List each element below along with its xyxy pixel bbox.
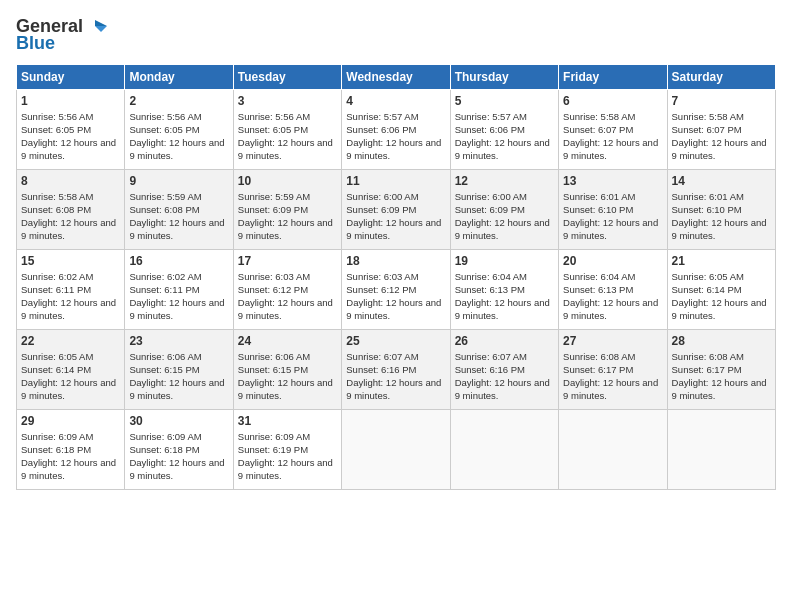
sunrise-text: Sunrise: 6:07 AM xyxy=(455,351,527,362)
day-number: 20 xyxy=(563,253,662,269)
sunset-text: Sunset: 6:09 PM xyxy=(238,204,308,215)
day-number: 26 xyxy=(455,333,554,349)
sunrise-text: Sunrise: 6:06 AM xyxy=(129,351,201,362)
calendar-cell: 3Sunrise: 5:56 AMSunset: 6:05 PMDaylight… xyxy=(233,90,341,170)
daylight-text: Daylight: 12 hours and 9 minutes. xyxy=(455,297,550,321)
svg-marker-0 xyxy=(95,20,107,26)
daylight-text: Daylight: 12 hours and 9 minutes. xyxy=(21,377,116,401)
calendar-week-5: 29Sunrise: 6:09 AMSunset: 6:18 PMDayligh… xyxy=(17,410,776,490)
calendar-cell xyxy=(667,410,775,490)
calendar-cell: 11Sunrise: 6:00 AMSunset: 6:09 PMDayligh… xyxy=(342,170,450,250)
daylight-text: Daylight: 12 hours and 9 minutes. xyxy=(672,297,767,321)
calendar-cell xyxy=(559,410,667,490)
sunrise-text: Sunrise: 6:07 AM xyxy=(346,351,418,362)
calendar-header-row: SundayMondayTuesdayWednesdayThursdayFrid… xyxy=(17,65,776,90)
day-number: 22 xyxy=(21,333,120,349)
calendar-body: 1Sunrise: 5:56 AMSunset: 6:05 PMDaylight… xyxy=(17,90,776,490)
sunset-text: Sunset: 6:05 PM xyxy=(21,124,91,135)
sunset-text: Sunset: 6:06 PM xyxy=(455,124,525,135)
daylight-text: Daylight: 12 hours and 9 minutes. xyxy=(21,217,116,241)
sunset-text: Sunset: 6:18 PM xyxy=(21,444,91,455)
sunrise-text: Sunrise: 5:58 AM xyxy=(563,111,635,122)
calendar-cell: 30Sunrise: 6:09 AMSunset: 6:18 PMDayligh… xyxy=(125,410,233,490)
sunrise-text: Sunrise: 6:01 AM xyxy=(672,191,744,202)
day-number: 18 xyxy=(346,253,445,269)
sunset-text: Sunset: 6:11 PM xyxy=(21,284,91,295)
sunset-text: Sunset: 6:11 PM xyxy=(129,284,199,295)
daylight-text: Daylight: 12 hours and 9 minutes. xyxy=(238,217,333,241)
day-number: 5 xyxy=(455,93,554,109)
sunset-text: Sunset: 6:07 PM xyxy=(672,124,742,135)
sunset-text: Sunset: 6:09 PM xyxy=(346,204,416,215)
calendar-cell: 21Sunrise: 6:05 AMSunset: 6:14 PMDayligh… xyxy=(667,250,775,330)
day-number: 13 xyxy=(563,173,662,189)
sunset-text: Sunset: 6:10 PM xyxy=(563,204,633,215)
col-header-monday: Monday xyxy=(125,65,233,90)
logo-bird-icon xyxy=(85,18,107,36)
daylight-text: Daylight: 12 hours and 9 minutes. xyxy=(563,377,658,401)
calendar-cell: 17Sunrise: 6:03 AMSunset: 6:12 PMDayligh… xyxy=(233,250,341,330)
calendar-cell: 28Sunrise: 6:08 AMSunset: 6:17 PMDayligh… xyxy=(667,330,775,410)
daylight-text: Daylight: 12 hours and 9 minutes. xyxy=(238,297,333,321)
sunset-text: Sunset: 6:05 PM xyxy=(238,124,308,135)
sunrise-text: Sunrise: 6:08 AM xyxy=(672,351,744,362)
daylight-text: Daylight: 12 hours and 9 minutes. xyxy=(672,217,767,241)
daylight-text: Daylight: 12 hours and 9 minutes. xyxy=(346,137,441,161)
calendar-cell: 12Sunrise: 6:00 AMSunset: 6:09 PMDayligh… xyxy=(450,170,558,250)
col-header-wednesday: Wednesday xyxy=(342,65,450,90)
day-number: 6 xyxy=(563,93,662,109)
sunrise-text: Sunrise: 5:56 AM xyxy=(238,111,310,122)
calendar-cell: 27Sunrise: 6:08 AMSunset: 6:17 PMDayligh… xyxy=(559,330,667,410)
calendar-cell: 14Sunrise: 6:01 AMSunset: 6:10 PMDayligh… xyxy=(667,170,775,250)
calendar-cell: 4Sunrise: 5:57 AMSunset: 6:06 PMDaylight… xyxy=(342,90,450,170)
sunrise-text: Sunrise: 6:00 AM xyxy=(455,191,527,202)
daylight-text: Daylight: 12 hours and 9 minutes. xyxy=(129,217,224,241)
calendar-cell: 31Sunrise: 6:09 AMSunset: 6:19 PMDayligh… xyxy=(233,410,341,490)
day-number: 23 xyxy=(129,333,228,349)
daylight-text: Daylight: 12 hours and 9 minutes. xyxy=(346,377,441,401)
sunrise-text: Sunrise: 6:09 AM xyxy=(238,431,310,442)
calendar-cell: 15Sunrise: 6:02 AMSunset: 6:11 PMDayligh… xyxy=(17,250,125,330)
daylight-text: Daylight: 12 hours and 9 minutes. xyxy=(238,377,333,401)
calendar-cell xyxy=(450,410,558,490)
calendar-week-2: 8Sunrise: 5:58 AMSunset: 6:08 PMDaylight… xyxy=(17,170,776,250)
sunrise-text: Sunrise: 6:03 AM xyxy=(238,271,310,282)
sunset-text: Sunset: 6:09 PM xyxy=(455,204,525,215)
calendar-cell: 2Sunrise: 5:56 AMSunset: 6:05 PMDaylight… xyxy=(125,90,233,170)
day-number: 19 xyxy=(455,253,554,269)
sunrise-text: Sunrise: 5:58 AM xyxy=(672,111,744,122)
sunrise-text: Sunrise: 5:57 AM xyxy=(346,111,418,122)
day-number: 8 xyxy=(21,173,120,189)
sunrise-text: Sunrise: 6:09 AM xyxy=(21,431,93,442)
daylight-text: Daylight: 12 hours and 9 minutes. xyxy=(455,377,550,401)
day-number: 29 xyxy=(21,413,120,429)
daylight-text: Daylight: 12 hours and 9 minutes. xyxy=(563,297,658,321)
sunrise-text: Sunrise: 5:59 AM xyxy=(238,191,310,202)
logo-blue: Blue xyxy=(16,33,55,54)
sunset-text: Sunset: 6:17 PM xyxy=(563,364,633,375)
calendar-cell: 9Sunrise: 5:59 AMSunset: 6:08 PMDaylight… xyxy=(125,170,233,250)
sunset-text: Sunset: 6:10 PM xyxy=(672,204,742,215)
sunset-text: Sunset: 6:05 PM xyxy=(129,124,199,135)
daylight-text: Daylight: 12 hours and 9 minutes. xyxy=(21,297,116,321)
daylight-text: Daylight: 12 hours and 9 minutes. xyxy=(238,457,333,481)
calendar-cell xyxy=(342,410,450,490)
daylight-text: Daylight: 12 hours and 9 minutes. xyxy=(129,137,224,161)
sunset-text: Sunset: 6:14 PM xyxy=(21,364,91,375)
svg-marker-1 xyxy=(95,26,107,32)
sunset-text: Sunset: 6:14 PM xyxy=(672,284,742,295)
daylight-text: Daylight: 12 hours and 9 minutes. xyxy=(129,377,224,401)
day-number: 25 xyxy=(346,333,445,349)
day-number: 9 xyxy=(129,173,228,189)
sunrise-text: Sunrise: 5:59 AM xyxy=(129,191,201,202)
sunset-text: Sunset: 6:08 PM xyxy=(21,204,91,215)
col-header-thursday: Thursday xyxy=(450,65,558,90)
calendar-cell: 25Sunrise: 6:07 AMSunset: 6:16 PMDayligh… xyxy=(342,330,450,410)
calendar-cell: 29Sunrise: 6:09 AMSunset: 6:18 PMDayligh… xyxy=(17,410,125,490)
sunset-text: Sunset: 6:08 PM xyxy=(129,204,199,215)
sunrise-text: Sunrise: 5:56 AM xyxy=(129,111,201,122)
sunrise-text: Sunrise: 6:05 AM xyxy=(21,351,93,362)
calendar-cell: 22Sunrise: 6:05 AMSunset: 6:14 PMDayligh… xyxy=(17,330,125,410)
calendar-cell: 1Sunrise: 5:56 AMSunset: 6:05 PMDaylight… xyxy=(17,90,125,170)
col-header-friday: Friday xyxy=(559,65,667,90)
